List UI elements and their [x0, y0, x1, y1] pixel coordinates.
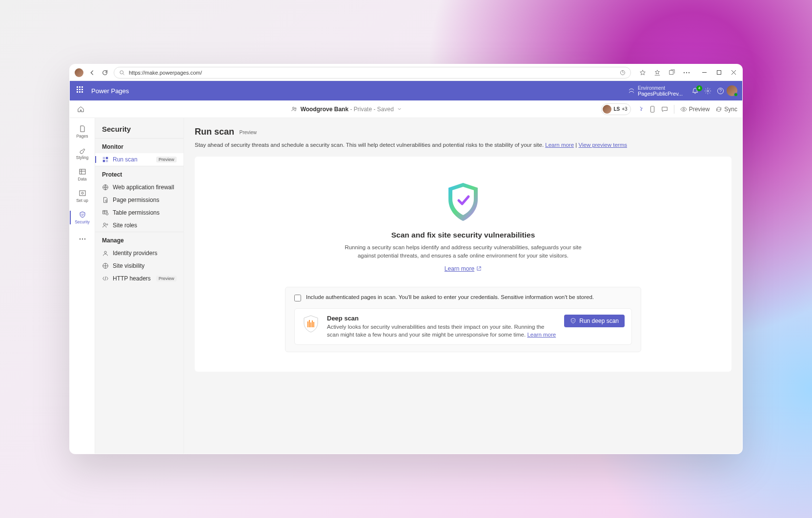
shield-hero-icon [444, 181, 482, 223]
rail-security[interactable]: Security [70, 207, 95, 228]
nav-page-perms[interactable]: Page permissions [95, 194, 183, 206]
nav-identity[interactable]: Identity providers [95, 247, 183, 259]
chat-icon[interactable] [661, 106, 668, 113]
svg-rect-2 [670, 70, 673, 74]
preview-terms-link[interactable]: View preview terms [578, 142, 627, 148]
roles-icon [102, 222, 109, 229]
environment-icon [628, 87, 635, 94]
url-bar[interactable]: https://make.powerpages.com/ [114, 67, 631, 79]
svg-point-18 [84, 239, 85, 239]
firewall-icon [102, 184, 109, 191]
collections-icon[interactable] [668, 69, 676, 77]
notifications-icon[interactable]: 4 [689, 87, 701, 95]
user-avatar[interactable] [727, 85, 737, 96]
svg-point-27 [103, 223, 105, 225]
preview-button[interactable]: Preview [680, 106, 710, 113]
site-name[interactable]: Woodgrove Bank - Private - Saved [301, 106, 394, 113]
maximize-icon[interactable] [715, 69, 723, 77]
identity-icon [102, 250, 109, 257]
nav-headers[interactable]: HTTP headersPreview [95, 272, 183, 285]
nav-run-scan[interactable]: Run scan Preview [95, 153, 183, 166]
svg-point-12 [683, 108, 685, 110]
rail-setup[interactable]: Set up [70, 185, 95, 207]
nav-table-perms[interactable]: Table permissions [95, 206, 183, 219]
scan-options-box: Include authenticated pages in scan. You… [285, 287, 641, 352]
feedback-icon[interactable] [637, 106, 644, 113]
favorite-star-icon[interactable] [639, 69, 647, 77]
nav-waf[interactable]: Web application firewall [95, 181, 183, 194]
svg-point-9 [292, 107, 294, 109]
svg-point-15 [81, 192, 83, 194]
svg-point-28 [106, 224, 108, 225]
favorites-list-icon[interactable] [653, 69, 661, 77]
svg-rect-14 [80, 191, 85, 196]
svg-point-7 [707, 90, 709, 92]
preview-badge: Preview [239, 130, 257, 135]
mobile-icon[interactable] [650, 106, 655, 113]
app-bar: Power Pages Environment PagesPublicPrev.… [70, 81, 742, 100]
deep-scan-row: Deep scan Actively looks for security vu… [294, 308, 632, 345]
external-link-icon [476, 266, 482, 271]
svg-point-0 [120, 70, 123, 74]
hero-learn-more-link[interactable]: Learn more [445, 265, 482, 272]
deep-scan-title: Deep scan [327, 315, 557, 322]
svg-point-5 [689, 72, 690, 73]
svg-rect-19 [103, 157, 105, 159]
back-icon[interactable] [88, 69, 96, 77]
help-icon[interactable] [714, 87, 727, 95]
presence-icon [734, 93, 738, 97]
svg-point-4 [686, 72, 687, 73]
browser-titlebar: https://make.powerpages.com/ [70, 64, 742, 81]
rail-more[interactable] [70, 228, 95, 250]
auth-pages-checkbox-row[interactable]: Include authenticated pages in scan. You… [294, 294, 632, 301]
svg-rect-13 [80, 169, 85, 174]
rail-data[interactable]: Data [70, 164, 95, 185]
scan-card: Scan and fix site security vulnerabiliti… [195, 157, 731, 372]
command-bar: Woodgrove Bank - Private - Saved LS +3 P… [70, 100, 742, 118]
settings-icon[interactable] [701, 87, 714, 95]
svg-rect-20 [106, 157, 108, 159]
nav-visibility[interactable]: Site visibility [95, 259, 183, 272]
profile-avatar-icon[interactable] [75, 68, 83, 77]
rail-styling[interactable]: Styling [70, 142, 95, 164]
waffle-icon[interactable] [77, 86, 85, 95]
nav-site-roles[interactable]: Site roles [95, 219, 183, 232]
learn-more-link[interactable]: Learn more [545, 142, 574, 148]
auth-pages-checkbox[interactable] [294, 295, 301, 301]
environment-picker[interactable]: Environment PagesPublicPrev... [628, 85, 683, 97]
site-info-icon[interactable] [620, 70, 626, 76]
hero-subtitle: Running a security scan helps identify a… [336, 243, 590, 260]
close-icon[interactable] [730, 69, 737, 77]
collaborators-pill[interactable]: LS +3 [601, 103, 630, 115]
rail-pages[interactable]: Pages [70, 121, 95, 142]
avatar-icon [603, 105, 611, 114]
table-perm-icon [102, 209, 109, 216]
page-description: Stay ahead of security threats and sched… [195, 142, 731, 148]
main-content: Run scan Preview Stay ahead of security … [184, 118, 742, 454]
svg-rect-22 [106, 160, 108, 162]
svg-rect-6 [717, 71, 721, 75]
shield-check-icon [570, 318, 576, 324]
ellipsis-icon[interactable] [683, 69, 690, 77]
svg-point-17 [81, 239, 82, 239]
deep-scan-icon [302, 315, 320, 333]
left-rail: Pages Styling Data Set up Security [70, 118, 95, 454]
security-nav: Security Monitor Run scan Preview Protec… [95, 118, 184, 454]
refresh-icon[interactable] [101, 69, 109, 77]
page-title: Run scan [195, 127, 234, 137]
secnav-title: Security [95, 123, 183, 138]
deep-learn-more-link[interactable]: Learn more [527, 332, 556, 338]
page-perm-icon [102, 197, 109, 203]
svg-point-26 [106, 213, 108, 215]
search-icon [119, 70, 125, 76]
hero-title: Scan and fix site security vulnerabiliti… [391, 231, 535, 239]
sync-button[interactable]: Sync [715, 106, 737, 113]
chevron-down-icon[interactable] [397, 106, 402, 112]
run-deep-scan-button[interactable]: Run deep scan [564, 315, 625, 327]
home-icon[interactable] [75, 105, 86, 113]
visibility-icon [102, 262, 109, 269]
app-window: https://make.powerpages.com/ Power Pages… [69, 64, 743, 454]
minimize-icon[interactable] [700, 69, 708, 77]
svg-point-24 [105, 200, 107, 202]
svg-point-10 [295, 107, 296, 109]
